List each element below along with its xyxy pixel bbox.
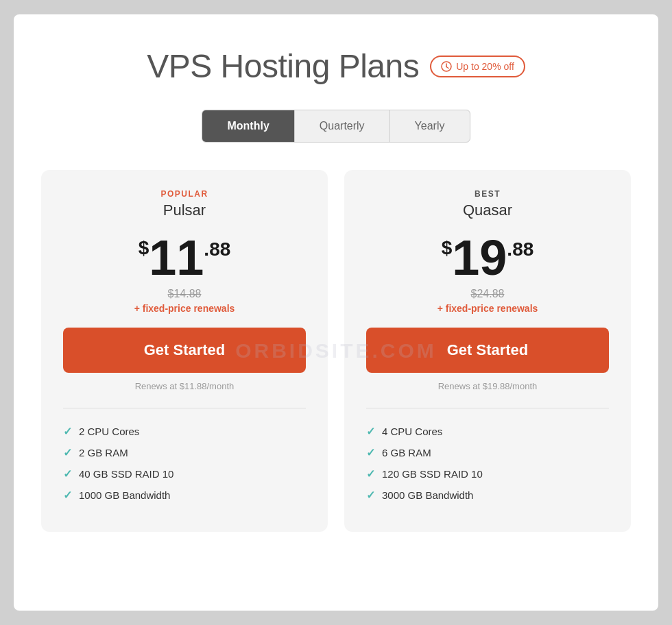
check-icon: ✓ bbox=[366, 425, 375, 438]
feature-item: ✓ 2 GB RAM bbox=[63, 446, 306, 459]
page-container: VPS Hosting Plans Up to 20% off Monthly … bbox=[14, 14, 658, 611]
price-currency: $ bbox=[139, 237, 149, 259]
renews-text: Renews at $11.88/month bbox=[135, 381, 235, 391]
card-divider bbox=[63, 408, 306, 408]
plan-name: Pulsar bbox=[163, 201, 206, 219]
header: VPS Hosting Plans Up to 20% off bbox=[147, 47, 525, 85]
cta-button-pulsar[interactable]: Get Started bbox=[63, 328, 306, 373]
check-icon: ✓ bbox=[63, 467, 72, 480]
card-divider bbox=[366, 408, 609, 408]
price-main: 19 bbox=[452, 233, 507, 282]
feature-label: 4 CPU Cores bbox=[382, 426, 442, 437]
plan-badge: POPULAR bbox=[160, 189, 208, 199]
discount-label: Up to 20% off bbox=[456, 61, 514, 72]
plan-name: Quasar bbox=[463, 201, 512, 219]
check-icon: ✓ bbox=[63, 446, 72, 459]
feature-item: ✓ 4 CPU Cores bbox=[366, 425, 609, 438]
price-cents: .88 bbox=[204, 238, 230, 260]
price-renewals: + fixed-price renewals bbox=[134, 303, 235, 314]
feature-item: ✓ 6 GB RAM bbox=[366, 446, 609, 459]
renews-text: Renews at $19.88/month bbox=[438, 381, 538, 391]
price-cents: .88 bbox=[507, 238, 533, 260]
plan-card-quasar: BEST Quasar $ 19 .88 $24.88 + fixed-pric… bbox=[344, 170, 631, 532]
check-icon: ✓ bbox=[63, 489, 72, 502]
price-container: $ 19 .88 bbox=[442, 233, 534, 282]
clock-icon bbox=[441, 61, 452, 72]
feature-label: 120 GB SSD RAID 10 bbox=[382, 468, 483, 480]
price-container: $ 11 .88 bbox=[139, 233, 231, 282]
tab-quarterly[interactable]: Quarterly bbox=[295, 110, 390, 142]
feature-item: ✓ 40 GB SSD RAID 10 bbox=[63, 467, 306, 480]
discount-badge: Up to 20% off bbox=[430, 56, 525, 77]
feature-label: 3000 GB Bandwidth bbox=[382, 489, 473, 501]
features-list: ✓ 2 CPU Cores ✓ 2 GB RAM ✓ 40 GB SSD RAI… bbox=[63, 425, 306, 510]
feature-item: ✓ 120 GB SSD RAID 10 bbox=[366, 467, 609, 480]
feature-item: ✓ 1000 GB Bandwidth bbox=[63, 489, 306, 502]
plan-card-pulsar: POPULAR Pulsar $ 11 .88 $14.88 + fixed-p… bbox=[41, 170, 328, 532]
check-icon: ✓ bbox=[366, 489, 375, 502]
plans-grid: POPULAR Pulsar $ 11 .88 $14.88 + fixed-p… bbox=[41, 170, 631, 532]
page-title: VPS Hosting Plans bbox=[147, 47, 419, 85]
cta-button-quasar[interactable]: Get Started bbox=[366, 328, 609, 373]
billing-toggle: Monthly Quarterly Yearly bbox=[202, 110, 470, 143]
feature-label: 2 GB RAM bbox=[79, 447, 128, 458]
feature-label: 40 GB SSD RAID 10 bbox=[79, 468, 173, 480]
price-original: $24.88 bbox=[471, 288, 505, 300]
feature-item: ✓ 3000 GB Bandwidth bbox=[366, 489, 609, 502]
plans-wrapper: ORBIDSITE.COM POPULAR Pulsar $ 11 .88 $1… bbox=[41, 170, 631, 532]
check-icon: ✓ bbox=[366, 467, 375, 480]
tab-monthly[interactable]: Monthly bbox=[202, 110, 294, 142]
price-renewals: + fixed-price renewals bbox=[437, 303, 538, 314]
check-icon: ✓ bbox=[63, 425, 72, 438]
plan-badge: BEST bbox=[475, 189, 501, 199]
feature-label: 1000 GB Bandwidth bbox=[79, 489, 170, 501]
svg-line-2 bbox=[446, 66, 448, 68]
check-icon: ✓ bbox=[366, 446, 375, 459]
feature-label: 6 GB RAM bbox=[382, 447, 431, 458]
price-original: $14.88 bbox=[168, 288, 202, 300]
feature-item: ✓ 2 CPU Cores bbox=[63, 425, 306, 438]
price-main: 11 bbox=[149, 233, 204, 282]
feature-label: 2 CPU Cores bbox=[79, 426, 139, 437]
price-currency: $ bbox=[442, 237, 453, 259]
features-list: ✓ 4 CPU Cores ✓ 6 GB RAM ✓ 120 GB SSD RA… bbox=[366, 425, 609, 510]
tab-yearly[interactable]: Yearly bbox=[390, 110, 470, 142]
